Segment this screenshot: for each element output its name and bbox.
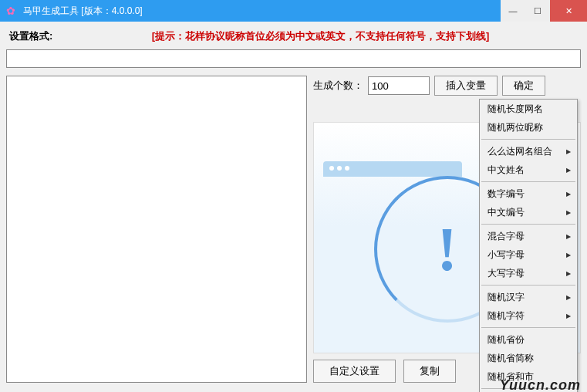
- maximize-button[interactable]: ☐: [525, 0, 550, 22]
- menu-separator: [481, 181, 575, 182]
- menu-separator: [481, 285, 575, 286]
- insert-variable-button[interactable]: 插入变量: [434, 76, 498, 96]
- variable-dropdown-menu: 随机长度网名 随机两位昵称 么么达网名组合 中文姓名 数字编号 中文编号 混合字…: [479, 99, 578, 392]
- output-textarea[interactable]: [6, 76, 307, 383]
- window-title: 马甲生成工具 [版本：4.0.0.0]: [23, 5, 501, 18]
- menu-separator: [481, 139, 575, 140]
- menu-random-province[interactable]: 随机省份: [480, 330, 577, 349]
- menu-random-char[interactable]: 随机字符: [480, 306, 577, 325]
- browser-icon: [323, 161, 462, 177]
- menu-separator: [481, 327, 575, 328]
- menu-chinese-index[interactable]: 中文编号: [480, 203, 577, 221]
- confirm-button[interactable]: 确定: [502, 76, 545, 96]
- menu-number-index[interactable]: 数字编号: [480, 184, 577, 203]
- watermark-text: Yuucn.com: [500, 377, 581, 392]
- copy-button[interactable]: 复制: [403, 360, 456, 383]
- format-hint: [提示：花样协议昵称首位必须为中文或英文，不支持任何符号，支持下划线]: [63, 29, 578, 43]
- count-input[interactable]: [368, 76, 430, 95]
- menu-memeda-combo[interactable]: 么么达网名组合: [480, 142, 577, 161]
- menu-random-hanzi[interactable]: 随机汉字: [480, 288, 577, 306]
- exclamation-icon: !: [437, 214, 457, 284]
- count-label: 生成个数：: [313, 79, 363, 93]
- app-logo-icon: [6, 5, 19, 17]
- menu-chinese-name[interactable]: 中文姓名: [480, 161, 577, 179]
- menu-separator: [481, 224, 575, 225]
- menu-random-two-nickname[interactable]: 随机两位昵称: [480, 118, 577, 137]
- menu-uppercase-letters[interactable]: 大写字母: [480, 264, 577, 282]
- format-input[interactable]: [6, 49, 581, 68]
- menu-lowercase-letters[interactable]: 小写字母: [480, 245, 577, 264]
- titlebar: 马甲生成工具 [版本：4.0.0.0] — ☐ ✕: [0, 0, 587, 22]
- custom-settings-button[interactable]: 自定义设置: [313, 360, 396, 383]
- menu-mixed-letters[interactable]: 混合字母: [480, 227, 577, 245]
- close-button[interactable]: ✕: [550, 0, 587, 22]
- menu-random-length-name[interactable]: 随机长度网名: [480, 100, 577, 118]
- menu-random-province-short[interactable]: 随机省简称: [480, 349, 577, 367]
- format-label: 设置格式:: [9, 29, 63, 43]
- minimize-button[interactable]: —: [501, 0, 525, 22]
